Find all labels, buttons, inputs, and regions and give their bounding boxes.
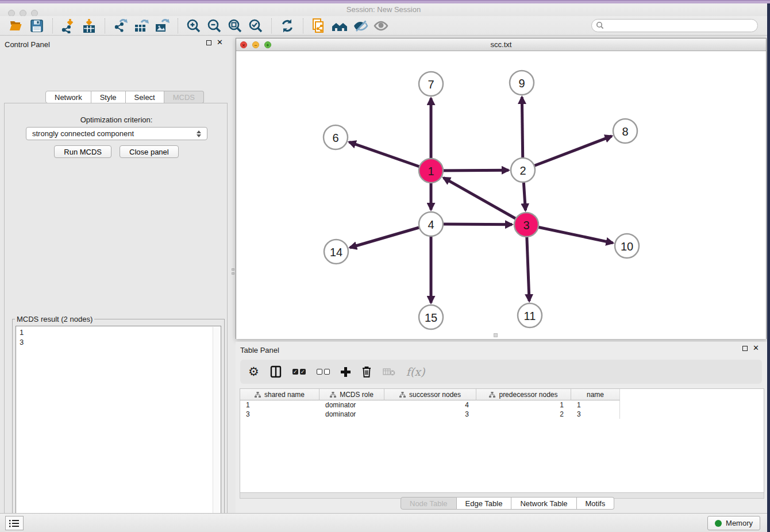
mcds-result-text[interactable]: 1 3 xyxy=(16,326,221,532)
cell-shared-name[interactable]: 3 xyxy=(240,410,319,419)
toolbar-separator xyxy=(271,18,272,33)
cell-name[interactable]: 3 xyxy=(571,410,620,419)
network-window-title: scc.txt xyxy=(236,40,766,49)
mcds-result-line: 1 xyxy=(20,327,217,337)
export-image-icon[interactable] xyxy=(153,18,171,34)
first-neighbors-icon[interactable] xyxy=(331,18,348,34)
function-builder-icon[interactable]: f(x) xyxy=(406,363,425,380)
run-mcds-button[interactable]: Run MCDS xyxy=(54,145,111,158)
dropdown-value: strongly connected component xyxy=(32,129,134,138)
graph-edge-2-8[interactable] xyxy=(523,136,612,170)
toolbar-separator xyxy=(303,18,303,33)
graph-edge-1-6[interactable] xyxy=(349,142,431,171)
table-row[interactable]: 3 dominator 3 2 3 xyxy=(240,410,764,419)
import-table-icon[interactable] xyxy=(80,18,98,34)
tab-edge-table[interactable]: Edge Table xyxy=(457,497,512,510)
delete-table-icon[interactable] xyxy=(383,363,395,380)
column-header-successor-nodes[interactable]: successor nodes xyxy=(384,389,476,400)
zoom-fit-icon[interactable] xyxy=(226,18,244,34)
search-input[interactable] xyxy=(591,19,758,32)
export-network-icon[interactable] xyxy=(112,18,129,34)
control-panel-title: Control Panel xyxy=(5,40,50,49)
zoom-selected-icon[interactable] xyxy=(247,18,264,34)
close-panel-button[interactable]: Close panel xyxy=(120,145,179,158)
table-panel-title: Table Panel xyxy=(240,346,279,354)
graph-node-label: 15 xyxy=(425,311,437,324)
cell-predecessor-nodes[interactable]: 2 xyxy=(476,410,571,419)
network-canvas[interactable]: 7968124314101511 xyxy=(236,51,766,339)
cell-successor-nodes[interactable]: 3 xyxy=(384,410,476,419)
cell-mcds-role[interactable]: dominator xyxy=(319,410,384,419)
deselect-all-icon[interactable] xyxy=(317,363,330,380)
float-panel-icon[interactable] xyxy=(206,40,211,45)
tab-style[interactable]: Style xyxy=(91,91,126,103)
close-panel-icon[interactable]: ✕ xyxy=(217,40,223,45)
hide-selected-icon[interactable] xyxy=(352,18,369,34)
graph-edge-3-10[interactable] xyxy=(526,225,613,243)
memory-button[interactable]: Memory xyxy=(707,516,760,530)
import-network-icon[interactable] xyxy=(60,18,77,34)
optimization-criterion-dropdown[interactable]: strongly connected component xyxy=(26,127,207,140)
float-table-panel-icon[interactable] xyxy=(742,346,748,351)
mcds-result-line: 3 xyxy=(20,337,217,347)
graph-node-label: 6 xyxy=(332,132,338,144)
network-window-titlebar[interactable]: × − + scc.txt xyxy=(236,38,766,51)
control-panel: Control Panel ✕ Network Style Select MCD… xyxy=(0,36,232,513)
delete-row-icon[interactable] xyxy=(361,363,372,380)
zoom-in-icon[interactable] xyxy=(185,18,202,34)
graph-node-label: 9 xyxy=(518,77,525,90)
task-history-button[interactable] xyxy=(5,516,24,530)
mcds-result-fieldset: MCDS result (2 nodes) 1 3 xyxy=(12,315,225,532)
tab-node-table[interactable]: Node Table xyxy=(401,497,457,510)
panel-splitter-handle[interactable] xyxy=(232,268,235,276)
refresh-icon[interactable] xyxy=(279,18,296,34)
memory-label: Memory xyxy=(726,519,753,527)
dropdown-stepper-icon xyxy=(197,130,201,137)
new-network-from-selection-icon[interactable] xyxy=(310,18,328,34)
table-row[interactable]: 1 dominator 4 1 1 xyxy=(240,400,764,410)
toolbar-separator xyxy=(105,18,105,33)
add-row-icon[interactable] xyxy=(341,363,351,380)
open-file-icon[interactable] xyxy=(7,18,25,34)
graph-node-label: 3 xyxy=(523,219,529,232)
graph-edge-3-1[interactable] xyxy=(444,178,526,225)
main-toolbar xyxy=(0,16,767,36)
table-header-row: shared name MCDS role successor nodes pr… xyxy=(240,389,764,400)
select-all-icon[interactable]: ✓✓ xyxy=(292,363,306,380)
column-header-name[interactable]: name xyxy=(571,389,620,400)
tab-network[interactable]: Network xyxy=(45,91,91,103)
tab-select[interactable]: Select xyxy=(126,91,164,103)
cell-mcds-role[interactable]: dominator xyxy=(319,400,384,410)
save-session-icon[interactable] xyxy=(28,18,45,34)
graph-node-label: 4 xyxy=(428,218,434,231)
network-view-window: × − + scc.txt 7968124314101511 xyxy=(236,38,767,339)
show-all-icon[interactable] xyxy=(372,18,390,34)
column-header-predecessor-nodes[interactable]: predecessor nodes xyxy=(476,389,571,400)
control-panel-tabs: Network Style Select MCDS xyxy=(45,91,204,103)
table-toolbar: ⚙ ✓✓ f(x) xyxy=(240,360,762,384)
toolbar-separator xyxy=(52,18,53,33)
column-header-shared-name[interactable]: shared name xyxy=(240,389,319,400)
show-columns-icon[interactable] xyxy=(270,363,282,380)
desktop-edge xyxy=(767,3,770,532)
export-table-icon[interactable] xyxy=(133,18,150,34)
tab-mcds[interactable]: MCDS xyxy=(164,91,204,103)
column-settings-icon[interactable]: ⚙ xyxy=(248,363,259,380)
cell-successor-nodes[interactable]: 4 xyxy=(384,400,476,410)
mcds-result-title: MCDS result (2 nodes) xyxy=(15,315,94,323)
mcds-panel-body: Optimization criterion: strongly connect… xyxy=(4,103,228,532)
cell-name[interactable]: 1 xyxy=(571,400,620,410)
tab-network-table[interactable]: Network Table xyxy=(511,497,576,510)
table-panel: Table Panel ✕ ⚙ ✓✓ f(x) xyxy=(236,342,767,513)
cell-predecessor-nodes[interactable]: 1 xyxy=(476,400,571,410)
zoom-out-icon[interactable] xyxy=(206,18,223,34)
window-resize-grip[interactable] xyxy=(494,333,498,337)
tab-motifs[interactable]: Motifs xyxy=(577,497,615,510)
column-header-mcds-role[interactable]: MCDS role xyxy=(319,389,384,400)
close-table-panel-icon[interactable]: ✕ xyxy=(753,345,759,351)
cell-shared-name[interactable]: 1 xyxy=(240,400,319,410)
result-scrollbar[interactable] xyxy=(213,327,220,532)
table-tabs: Node Table Edge Table Network Table Moti… xyxy=(401,497,614,510)
list-icon xyxy=(9,519,20,527)
main-titlebar: Session: New Session xyxy=(0,3,767,16)
